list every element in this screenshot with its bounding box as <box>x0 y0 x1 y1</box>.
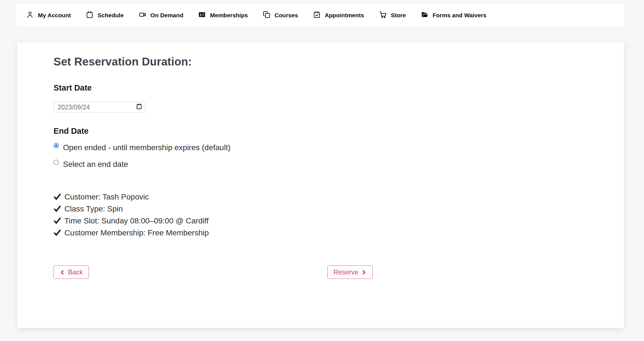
check-icon <box>54 193 61 201</box>
nav-item-label: Appointments <box>325 12 364 19</box>
start-date-value: 2023/09/24 <box>58 104 90 111</box>
radio-option-open-ended[interactable]: Open ended - until membership expires (d… <box>54 142 588 153</box>
start-date-label: Start Date <box>54 83 588 92</box>
back-button[interactable]: Back <box>54 266 89 279</box>
nav-item-my-account[interactable]: My Account <box>26 11 71 20</box>
courses-stack-icon <box>263 11 270 20</box>
reserve-button[interactable]: Reserve <box>327 266 373 279</box>
chevron-left-icon <box>60 270 65 275</box>
summary-item-class-type: Class Type: Spin <box>54 203 588 215</box>
summary-item-time-slot: Time Slot: Sunday 08:00–09:00 @ Cardiff <box>54 215 588 227</box>
radio-option-label: Open ended - until membership expires (d… <box>63 142 231 153</box>
summary-item-text: Customer Membership: Free Membership <box>64 228 209 237</box>
nav-item-label: On Demand <box>151 12 183 19</box>
top-nav: My Account Schedule On Demand Membership… <box>16 4 625 27</box>
user-icon <box>26 11 34 20</box>
folder-icon <box>421 11 428 20</box>
back-button-label: Back <box>68 268 83 276</box>
summary-item-text: Time Slot: Sunday 08:00–09:00 @ Cardiff <box>64 216 209 225</box>
reservation-summary: Customer: Tash Popovic Class Type: Spin … <box>54 191 588 239</box>
nav-item-label: Forms and Waivers <box>433 12 486 19</box>
check-icon <box>54 205 61 213</box>
nav-item-label: Schedule <box>98 12 124 19</box>
nav-item-memberships[interactable]: Memberships <box>198 11 248 20</box>
chevron-right-icon <box>361 270 367 275</box>
nav-item-schedule[interactable]: Schedule <box>86 11 124 20</box>
calendar-icon <box>86 11 93 20</box>
nav-item-courses[interactable]: Courses <box>263 11 298 20</box>
nav-item-label: My Account <box>38 12 71 19</box>
page-title: Set Reservation Duration: <box>54 55 588 68</box>
summary-item-text: Class Type: Spin <box>64 204 123 213</box>
membership-card-icon <box>198 11 206 20</box>
nav-item-label: Memberships <box>210 12 248 19</box>
start-date-input[interactable]: 2023/09/24 <box>54 102 146 113</box>
nav-item-forms-and-waivers[interactable]: Forms and Waivers <box>421 11 486 20</box>
date-picker-calendar-icon[interactable] <box>136 103 142 111</box>
radio-button-selected[interactable] <box>54 143 59 148</box>
summary-item-text: Customer: Tash Popovic <box>64 193 149 201</box>
nav-item-store[interactable]: Store <box>379 11 406 20</box>
nav-item-label: Store <box>391 12 406 19</box>
end-date-label: End Date <box>54 126 588 136</box>
radio-option-label: Select an end date <box>63 159 128 170</box>
radio-button-unselected[interactable] <box>54 160 59 165</box>
video-camera-icon <box>139 11 146 20</box>
check-icon <box>54 217 61 225</box>
radio-option-select-end-date[interactable]: Select an end date <box>54 159 588 170</box>
nav-item-label: Courses <box>275 12 298 19</box>
reserve-button-label: Reserve <box>333 268 358 276</box>
card-footer: Back Reserve <box>54 266 588 279</box>
shopping-cart-icon <box>379 11 387 20</box>
summary-item-customer: Customer: Tash Popovic <box>54 191 588 203</box>
summary-item-membership: Customer Membership: Free Membership <box>54 227 588 239</box>
nav-item-appointments[interactable]: Appointments <box>313 11 364 20</box>
nav-item-on-demand[interactable]: On Demand <box>139 11 183 20</box>
calendar-check-icon <box>313 11 321 20</box>
check-icon <box>54 229 61 237</box>
reservation-card: Set Reservation Duration: Start Date 202… <box>17 42 624 328</box>
